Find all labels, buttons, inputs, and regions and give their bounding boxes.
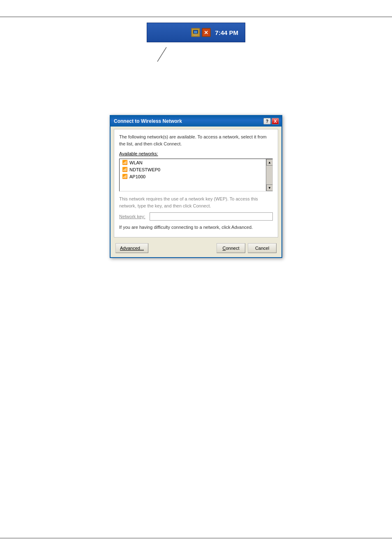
network-item-ap1000[interactable]: 📶 AP1000 bbox=[120, 173, 266, 180]
taskbar-time: 7:44 PM bbox=[215, 29, 238, 36]
advanced-button[interactable]: Advanced... bbox=[115, 243, 148, 253]
available-networks-label: Available networks: bbox=[119, 151, 273, 156]
list-scrollbar[interactable]: ▲ ▼ bbox=[266, 159, 272, 191]
top-border bbox=[0, 16, 392, 17]
network-item-wlan[interactable]: 📶 WLAN bbox=[120, 159, 266, 166]
dialog-titlebar: Connect to Wireless Network ? X bbox=[111, 116, 281, 127]
network-key-input[interactable] bbox=[150, 212, 273, 221]
network-name-ap1000: AP1000 bbox=[129, 174, 145, 179]
help-button[interactable]: ? bbox=[263, 118, 271, 124]
connect-button-label: CConnectonnect bbox=[223, 246, 240, 251]
scroll-track bbox=[266, 166, 272, 184]
title-buttons: ? X bbox=[263, 118, 279, 124]
footer-right-buttons: CConnectonnect Cancel bbox=[217, 243, 277, 253]
signal-icon-wlan: 📶 bbox=[122, 160, 128, 165]
svg-rect-5 bbox=[194, 35, 197, 35]
signal-icon-ndtestwep0: 📶 bbox=[122, 167, 128, 172]
svg-text:✕: ✕ bbox=[204, 30, 208, 36]
dialog-footer: Advanced... CConnectonnect Cancel bbox=[111, 240, 281, 257]
network-name-ndtestwep0: NDTESTWEP0 bbox=[129, 167, 160, 172]
bottom-border bbox=[0, 538, 392, 539]
taskbar-preview: ✕ 7:44 PM bbox=[147, 23, 245, 42]
wep-description: This network requires the use of a netwo… bbox=[119, 196, 273, 209]
taskbar-area: ✕ 7:44 PM bbox=[147, 23, 245, 42]
dialog-body: The following network(s) are available. … bbox=[114, 129, 278, 237]
network-key-row: Network key: bbox=[119, 212, 273, 221]
networks-list[interactable]: 📶 WLAN 📶 NDTESTWEP0 📶 AP1000 ▲ ▼ bbox=[119, 159, 273, 191]
svg-line-9 bbox=[157, 47, 166, 62]
advanced-hint: If you are having difficulty connecting … bbox=[119, 225, 273, 230]
cancel-button[interactable]: Cancel bbox=[248, 243, 277, 253]
close-button[interactable]: X bbox=[272, 118, 279, 124]
network-item-ndtestwep0[interactable]: 📶 NDTESTWEP0 bbox=[120, 166, 266, 173]
advanced-button-label: Advanced... bbox=[120, 246, 144, 251]
svg-rect-3 bbox=[194, 31, 197, 33]
connect-wireless-dialog: Connect to Wireless Network ? X The foll… bbox=[110, 115, 282, 258]
network-x-icon: ✕ bbox=[202, 28, 211, 37]
arrow-pointer bbox=[154, 45, 175, 66]
cancel-button-label: Cancel bbox=[255, 246, 269, 251]
svg-rect-4 bbox=[195, 34, 196, 35]
signal-icon-ap1000: 📶 bbox=[122, 174, 128, 179]
dialog-title: Connect to Wireless Network bbox=[114, 118, 182, 124]
network-name-wlan: WLAN bbox=[129, 160, 143, 165]
wifi-icon bbox=[191, 28, 200, 37]
scroll-up-arrow[interactable]: ▲ bbox=[266, 159, 273, 166]
network-key-label: Network key: bbox=[119, 214, 145, 219]
scroll-down-arrow[interactable]: ▼ bbox=[266, 184, 273, 191]
connect-button[interactable]: CConnectonnect bbox=[217, 243, 245, 253]
dialog-description: The following network(s) are available. … bbox=[119, 134, 273, 147]
taskbar-icons: ✕ bbox=[191, 28, 211, 37]
